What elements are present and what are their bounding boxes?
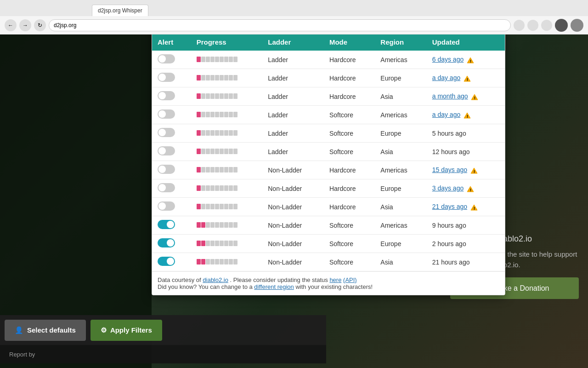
svg-text:!: ! <box>474 169 475 174</box>
region-suffix: with your existing characters! <box>295 283 373 290</box>
api-link[interactable]: (API) <box>343 276 357 283</box>
table-row: Non-LadderSoftcoreAsia21 hours ago <box>152 253 505 271</box>
mode-cell: Hardcore <box>324 161 375 179</box>
here-link[interactable]: here <box>329 276 341 283</box>
ladder-cell: Non-Ladder <box>262 179 324 198</box>
region-link[interactable]: different region <box>254 283 294 290</box>
table-row: Non-LadderHardcoreEurope3 days ago ! <box>152 179 505 198</box>
region-cell: Asia <box>375 143 426 161</box>
share-icon[interactable] <box>527 20 538 31</box>
alert-toggle[interactable] <box>158 165 175 174</box>
region-cell: Americas <box>375 51 426 69</box>
zoom-icon[interactable] <box>514 20 525 31</box>
select-defaults-button[interactable]: 👤 Select defaults <box>5 320 86 341</box>
apply-filters-button[interactable]: ⚙ Apply Filters <box>90 320 162 341</box>
ladder-cell: Ladder <box>262 124 324 143</box>
alert-toggle[interactable] <box>158 201 175 211</box>
warning-icon: ! <box>464 184 474 192</box>
forward-button[interactable]: → <box>19 19 31 31</box>
updated-link[interactable]: 15 days ago <box>432 166 467 173</box>
gear-icon: ⚙ <box>101 326 107 334</box>
tab-bar: d2jsp.org Whisper <box>0 0 588 16</box>
main-popup: Alert Threshold: Sound: d2jsp.org Whispe… <box>152 16 505 295</box>
url-input[interactable] <box>49 19 511 31</box>
alert-toggle[interactable] <box>158 238 175 247</box>
status-table: Alert Progress Ladder Mode Region Update… <box>152 34 505 271</box>
ladder-cell: Ladder <box>262 106 324 124</box>
ladder-cell: Non-Ladder <box>262 216 324 235</box>
table-body: LadderHardcoreAmericas6 days ago !Ladder… <box>152 51 505 271</box>
svg-text:!: ! <box>474 206 475 211</box>
region-cell: Americas <box>375 161 426 179</box>
bottom-buttons-bar: 👤 Select defaults ⚙ Apply Filters <box>0 315 326 345</box>
region-text: Did you know? You can change to a <box>158 283 253 290</box>
warning-icon: ! <box>464 56 474 63</box>
warning-icon: ! <box>460 74 471 81</box>
alert-toggle[interactable] <box>158 109 175 119</box>
alert-toggle[interactable] <box>158 146 175 155</box>
mode-cell: Hardcore <box>324 51 375 69</box>
svg-text:!: ! <box>470 59 471 63</box>
mode-cell: Softcore <box>324 253 375 271</box>
updated-link[interactable]: 3 days ago <box>432 184 464 192</box>
progress-bar <box>197 129 238 137</box>
ladder-cell: Non-Ladder <box>262 253 324 271</box>
alert-toggle[interactable] <box>158 54 175 63</box>
updated-cell[interactable]: 21 days ago ! <box>427 198 505 216</box>
region-cell: Asia <box>375 87 426 106</box>
updated-link[interactable]: a month ago <box>432 92 468 100</box>
table-row: LadderHardcoreAmericas6 days ago ! <box>152 51 505 69</box>
report-bar: Report by <box>0 345 326 363</box>
ladder-cell: Ladder <box>262 87 324 106</box>
region-cell: Americas <box>375 216 426 235</box>
profile-icon[interactable] <box>555 19 568 32</box>
nav-icons <box>514 19 583 32</box>
region-cell: Europe <box>375 69 426 87</box>
region-cell: Americas <box>375 106 426 124</box>
back-button[interactable]: ← <box>5 19 17 31</box>
ladder-cell: Ladder <box>262 51 324 69</box>
updated-cell[interactable]: 3 days ago ! <box>427 179 505 198</box>
updated-cell[interactable]: 15 days ago ! <box>427 161 505 179</box>
alert-toggle[interactable] <box>158 128 175 137</box>
table-header-row: Alert Progress Ladder Mode Region Update… <box>152 34 505 51</box>
region-cell: Asia <box>375 198 426 216</box>
report-label-text: Report by <box>9 351 35 358</box>
alert-toggle[interactable] <box>158 220 175 229</box>
table-row: Non-LadderSoftcoreAmericas9 hours ago <box>152 216 505 235</box>
table-row: Non-LadderHardcoreAsia21 days ago ! <box>152 198 505 216</box>
ladder-cell: Non-Ladder <box>262 198 324 216</box>
reload-button[interactable]: ↻ <box>34 19 46 31</box>
progress-bar <box>197 166 238 173</box>
updated-cell[interactable]: a day ago ! <box>427 106 505 124</box>
alert-toggle[interactable] <box>158 91 175 100</box>
region-cell: Europe <box>375 235 426 253</box>
warning-icon: ! <box>467 166 478 173</box>
updated-cell[interactable]: 6 days ago ! <box>427 51 505 69</box>
alert-toggle[interactable] <box>158 73 175 82</box>
svg-text:!: ! <box>467 114 468 119</box>
warning-icon: ! <box>460 111 471 118</box>
updated-cell[interactable]: a month ago ! <box>427 87 505 106</box>
courtesy-link[interactable]: diablo2.io <box>203 276 228 283</box>
updated-link[interactable]: 6 days ago <box>432 56 464 63</box>
mode-cell: Softcore <box>324 235 375 253</box>
updated-link[interactable]: a day ago <box>432 111 461 118</box>
updated-link[interactable]: a day ago <box>432 74 461 81</box>
mode-cell: Hardcore <box>324 179 375 198</box>
updated-link[interactable]: 21 days ago <box>432 203 467 210</box>
col-ladder: Ladder <box>262 34 324 51</box>
alert-toggle[interactable] <box>158 183 175 192</box>
ladder-cell: Ladder <box>262 143 324 161</box>
updated-cell: 21 hours ago <box>427 253 505 271</box>
col-mode: Mode <box>324 34 375 51</box>
browser-tab[interactable]: d2jsp.org Whisper <box>92 5 148 16</box>
table-row: LadderHardcoreEuropea day ago ! <box>152 69 505 87</box>
nav-bar: ← → ↻ <box>0 16 588 34</box>
col-alert: Alert <box>152 34 191 51</box>
updated-cell[interactable]: a day ago ! <box>427 69 505 87</box>
progress-bar <box>197 258 238 265</box>
bookmark-icon[interactable] <box>541 20 552 31</box>
alert-toggle[interactable] <box>158 257 175 266</box>
warning-icon: ! <box>468 92 479 100</box>
